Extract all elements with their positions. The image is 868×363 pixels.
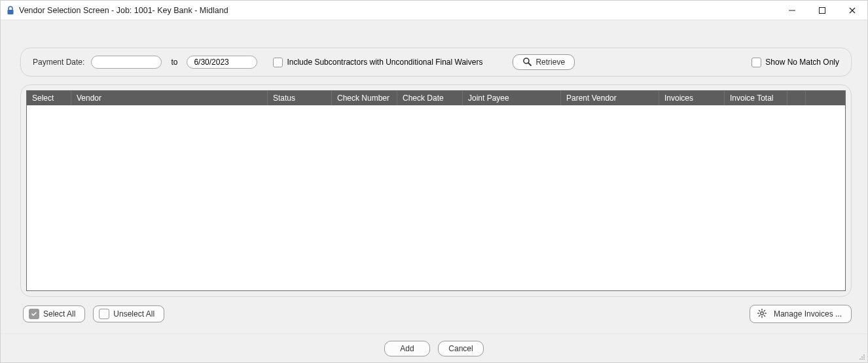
column-header[interactable]: Select (27, 91, 71, 105)
titlebar: Vendor Selection Screen - Job: 1001- Key… (1, 1, 867, 20)
column-header[interactable]: Status (268, 91, 332, 105)
grid-panel: SelectVendorStatusCheck NumberCheck Date… (20, 84, 852, 297)
select-all-button[interactable]: Select All (23, 305, 85, 322)
manage-invoices-button[interactable]: Manage Invoices ... (750, 305, 852, 323)
window-controls (777, 1, 867, 20)
client-area: Payment Date: to Include Subcontractors … (1, 20, 867, 362)
column-header[interactable]: Vendor (71, 91, 268, 105)
column-header[interactable]: Parent Vendor (561, 91, 659, 105)
retrieve-label: Retrieve (535, 58, 565, 67)
column-header[interactable]: Joint Payee (463, 91, 561, 105)
select-all-label: Select All (43, 309, 75, 319)
unselect-all-button[interactable]: Unselect All (93, 305, 164, 322)
show-no-match-label: Show No Match Only (765, 58, 839, 67)
svg-rect-0 (8, 10, 14, 14)
include-subs-label: Include Subcontractors with Unconditiona… (287, 58, 482, 67)
payment-date-label: Payment Date: (33, 58, 84, 67)
column-header[interactable] (787, 91, 806, 105)
maximize-button[interactable] (807, 1, 837, 20)
include-subs-checkbox[interactable] (273, 58, 283, 67)
filter-right-group: Show No Match Only (751, 58, 839, 67)
svg-rect-15 (861, 356, 863, 358)
payment-date-from-input[interactable] (91, 56, 162, 69)
svg-line-10 (759, 310, 759, 311)
manage-invoices-label: Manage Invoices ... (774, 309, 842, 319)
unselect-all-label: Unselect All (113, 309, 154, 319)
filter-panel: Payment Date: to Include Subcontractors … (20, 48, 852, 77)
app-window: Vendor Selection Screen - Job: 1001- Key… (0, 0, 868, 363)
grid-header: SelectVendorStatusCheck NumberCheck Date… (27, 91, 845, 105)
minimize-button[interactable] (777, 1, 807, 20)
svg-rect-2 (820, 7, 825, 13)
selection-bar: Select All Unselect All (23, 305, 852, 323)
footer: Add Cancel (1, 334, 867, 362)
lock-icon (6, 6, 15, 15)
add-button[interactable]: Add (384, 341, 430, 356)
retrieve-button[interactable]: Retrieve (513, 54, 575, 70)
svg-line-13 (759, 315, 759, 316)
vendor-grid[interactable]: SelectVendorStatusCheck NumberCheck Date… (26, 90, 846, 291)
to-label: to (171, 58, 177, 67)
show-no-match-checkbox[interactable] (751, 58, 761, 67)
svg-rect-16 (863, 356, 865, 358)
include-subs-group: Include Subcontractors with Unconditiona… (273, 58, 482, 67)
column-header[interactable] (806, 91, 832, 105)
column-header[interactable]: Check Number (332, 91, 397, 105)
gear-icon (757, 308, 767, 320)
svg-line-11 (764, 315, 765, 316)
svg-rect-17 (859, 358, 861, 360)
svg-line-4 (528, 63, 531, 65)
svg-rect-1 (789, 10, 795, 10)
close-button[interactable] (837, 1, 867, 20)
window-title: Vendor Selection Screen - Job: 1001- Key… (19, 6, 777, 15)
search-icon (522, 57, 532, 68)
checked-box-icon (29, 309, 39, 319)
resize-grip-icon[interactable] (858, 353, 866, 361)
payment-date-to-input[interactable] (187, 56, 257, 69)
cancel-button[interactable]: Cancel (438, 341, 484, 356)
svg-line-12 (764, 310, 765, 311)
grid-body (27, 105, 845, 290)
unchecked-box-icon (99, 309, 109, 319)
svg-point-5 (761, 311, 763, 314)
svg-rect-19 (863, 358, 865, 360)
column-header[interactable]: Check Date (397, 91, 463, 105)
column-header[interactable]: Invoices (659, 91, 725, 105)
column-header[interactable]: Invoice Total (725, 91, 787, 105)
svg-rect-18 (861, 358, 863, 360)
svg-rect-14 (863, 354, 865, 356)
